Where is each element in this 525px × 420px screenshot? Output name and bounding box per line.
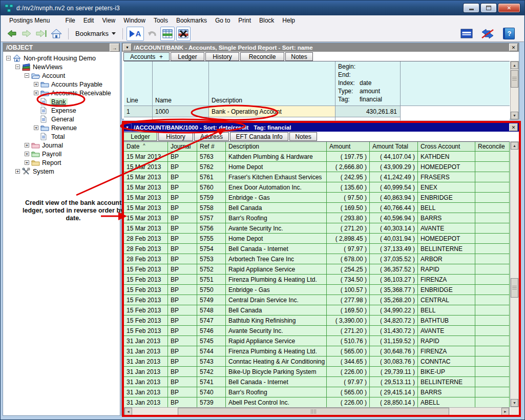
cell-reconcile[interactable] bbox=[475, 264, 510, 275]
tab-accounts[interactable]: Accounts+ bbox=[123, 52, 170, 61]
cell-description[interactable]: Central Drain Service Inc. bbox=[226, 295, 327, 305]
cell-reconcile[interactable] bbox=[475, 326, 510, 336]
scroll-up-button[interactable]: ▲ bbox=[511, 61, 518, 69]
column-header-reconcile[interactable]: Reconcile bbox=[475, 142, 510, 152]
ledger-panel-close-button[interactable]: ✕ bbox=[509, 123, 518, 131]
cell-cross-account[interactable]: ABELL bbox=[418, 397, 475, 408]
cell-date[interactable]: 15 Mar 2013 bbox=[124, 223, 168, 234]
cell-amount-total[interactable]: ( 34,990.22 ) bbox=[370, 305, 418, 316]
cell-journal[interactable]: BP bbox=[168, 387, 197, 397]
scrollbar-thumb[interactable] bbox=[511, 278, 518, 298]
cell-name[interactable]: 1000 bbox=[153, 106, 209, 117]
cell-date[interactable]: 15 Mar 2013 bbox=[124, 213, 168, 223]
cell-amount[interactable]: ( 510.76 ) bbox=[327, 336, 370, 346]
cell-amount-total[interactable]: ( 40,303.14 ) bbox=[370, 223, 418, 234]
ledger-vertical-scrollbar[interactable]: ▲ ▼ bbox=[510, 141, 519, 407]
cell-journal[interactable]: BP bbox=[168, 213, 197, 223]
cell-cross-account[interactable]: BELLINTERNE bbox=[418, 244, 475, 254]
cell-description[interactable]: Firenza Plumbing & Heating Ltd. bbox=[226, 275, 327, 285]
cell-amount-total[interactable]: ( 29,513.11 ) bbox=[370, 377, 418, 387]
cell-date[interactable]: 15 Feb 2013 bbox=[124, 295, 168, 305]
cell-cross-account[interactable]: BIKE-UP bbox=[418, 367, 475, 377]
cell-ref[interactable]: 5759 bbox=[197, 193, 226, 203]
cell-amount[interactable]: ( 242.95 ) bbox=[327, 172, 370, 182]
column-header-cross-account[interactable]: Cross Account bbox=[418, 142, 475, 152]
cell-cross-account[interactable]: BARRS bbox=[418, 387, 475, 397]
goto-account-button[interactable]: A bbox=[127, 27, 144, 41]
cell-description[interactable]: Barr's Roofing bbox=[226, 213, 327, 223]
accounts-panel-close-button[interactable]: ✕ bbox=[509, 44, 518, 51]
tree-item-report[interactable]: +Report bbox=[3, 158, 120, 167]
accounts-vertical-scrollbar[interactable]: ▲ ▼ bbox=[510, 61, 519, 120]
cell-journal[interactable]: BP bbox=[168, 367, 197, 377]
cell-reconcile[interactable] bbox=[475, 356, 510, 367]
cell-cross-account[interactable]: BARRS bbox=[418, 213, 475, 223]
cell-amount[interactable]: ( 734.50 ) bbox=[327, 275, 370, 285]
cell-amount-total[interactable]: ( 28,850.14 ) bbox=[370, 397, 418, 408]
cell-amount-total[interactable]: ( 31,430.72 ) bbox=[370, 326, 418, 336]
cell-reconcile[interactable] bbox=[475, 275, 510, 285]
cell-amount[interactable]: ( 293.80 ) bbox=[327, 213, 370, 223]
cell-reconcile[interactable] bbox=[475, 172, 510, 182]
cell-description[interactable]: Bank - Operating Account bbox=[209, 106, 335, 117]
cell-reconcile[interactable] bbox=[475, 244, 510, 254]
menu-item-window[interactable]: Window bbox=[119, 16, 150, 25]
cell-amount-total[interactable]: ( 30,083.76 ) bbox=[370, 356, 418, 367]
new-tab-button[interactable]: + bbox=[159, 53, 163, 60]
cell-amount-total[interactable]: ( 35,368.77 ) bbox=[370, 285, 418, 295]
tree-item-newviews[interactable]: −NewViews bbox=[3, 62, 120, 71]
cell-journal[interactable]: BP bbox=[168, 244, 197, 254]
cell-reconcile[interactable] bbox=[475, 367, 510, 377]
cell-cross-account[interactable]: BELLINTERNE bbox=[418, 377, 475, 387]
cell-ref[interactable]: 5742 bbox=[197, 367, 226, 377]
cell-date[interactable]: 31 Jan 2013 bbox=[124, 377, 168, 387]
cell-amount[interactable]: ( 254.25 ) bbox=[327, 264, 370, 275]
cell-reconcile[interactable] bbox=[475, 213, 510, 223]
cell-ref[interactable]: 5754 bbox=[197, 244, 226, 254]
cell-description[interactable]: Rapid Appliance Service bbox=[226, 264, 327, 275]
cell-amount-total[interactable]: ( 43,909.29 ) bbox=[370, 162, 418, 172]
tab-notes[interactable]: Notes bbox=[285, 52, 313, 61]
tab-reconcile[interactable]: Reconcile bbox=[240, 52, 284, 61]
cell-date[interactable]: 28 Feb 2013 bbox=[124, 234, 168, 244]
cell-journal[interactable]: BP bbox=[168, 193, 197, 203]
cell-cross-account[interactable]: ARBOR bbox=[418, 254, 475, 264]
cell-amount[interactable]: ( 197.75 ) bbox=[327, 152, 370, 162]
cell-description[interactable]: Avante Security Inc. bbox=[226, 326, 327, 336]
cell-amount-total[interactable]: ( 35,268.20 ) bbox=[370, 295, 418, 305]
cell-journal[interactable]: BP bbox=[168, 316, 197, 326]
cell-description[interactable]: Bathtub King Refinishing bbox=[226, 316, 327, 326]
cell-amount[interactable]: ( 271.20 ) bbox=[327, 326, 370, 336]
cell-amount-total[interactable]: ( 41,242.49 ) bbox=[370, 172, 418, 182]
cell-ref[interactable]: 5758 bbox=[197, 203, 226, 213]
cell-date[interactable]: 15 Feb 2013 bbox=[124, 285, 168, 295]
help-button[interactable]: ? bbox=[502, 27, 515, 40]
cell-amount[interactable]: ( 678.00 ) bbox=[327, 254, 370, 264]
expand-plus-icon[interactable]: + bbox=[34, 125, 38, 130]
cell-cross-account[interactable]: HOMEDEPOT bbox=[418, 162, 475, 172]
cell-ref[interactable]: 5740 bbox=[197, 387, 226, 397]
cell-amount-total[interactable]: ( 44,107.04 ) bbox=[370, 152, 418, 162]
cell-amount[interactable]: ( 135.60 ) bbox=[327, 182, 370, 193]
tab-ledger[interactable]: Ledger bbox=[123, 132, 157, 141]
cell-amount[interactable]: ( 97.50 ) bbox=[327, 193, 370, 203]
cell-description[interactable]: Home Depot bbox=[226, 234, 327, 244]
ledger-horizontal-scrollbar[interactable]: ◄ ► bbox=[124, 407, 510, 416]
cell-reconcile[interactable] bbox=[475, 152, 510, 162]
cell-amount[interactable]: ( 565.00 ) bbox=[327, 387, 370, 397]
cell-journal[interactable]: BP bbox=[168, 152, 197, 162]
expand-plus-icon[interactable]: + bbox=[25, 143, 29, 148]
cell-cross-account[interactable]: BATHTUB bbox=[418, 316, 475, 326]
cell-date[interactable]: 15 Feb 2013 bbox=[124, 275, 168, 285]
cell-journal[interactable]: BP bbox=[168, 264, 197, 275]
menu-item-print[interactable]: Print bbox=[234, 16, 255, 25]
scroll-up-button[interactable]: ▲ bbox=[511, 142, 518, 150]
cell-amount[interactable]: ( 277.98 ) bbox=[327, 295, 370, 305]
menu-item-view[interactable]: View bbox=[98, 16, 119, 25]
column-header-journal[interactable]: Journal bbox=[168, 142, 197, 152]
cell-description[interactable]: Kathden Plumbing & Hardware bbox=[226, 152, 327, 162]
cell-amount[interactable]: ( 3,390.00 ) bbox=[327, 316, 370, 326]
cell-description[interactable]: Bell Canada - Internet bbox=[226, 377, 327, 387]
menu-item-block[interactable]: Block bbox=[255, 16, 278, 25]
cell-ref[interactable]: 5750 bbox=[197, 285, 226, 295]
